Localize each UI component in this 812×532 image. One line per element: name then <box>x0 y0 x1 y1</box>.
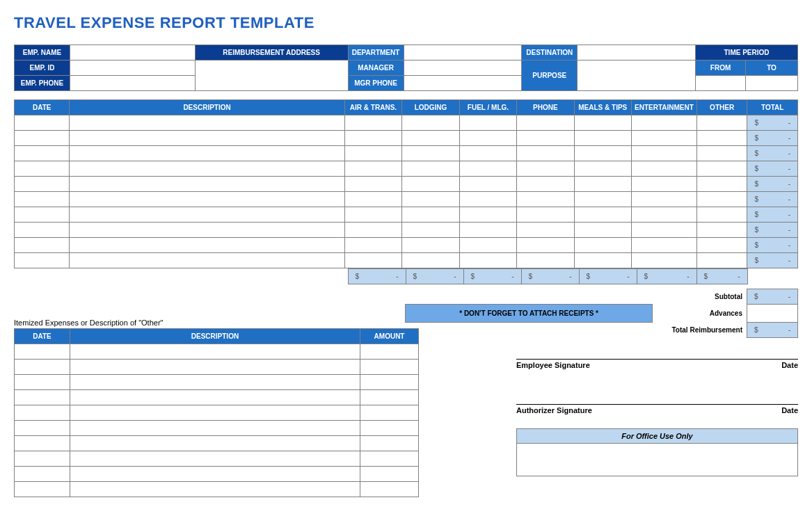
expense-cell[interactable] <box>70 177 344 192</box>
expense-cell[interactable] <box>344 177 401 192</box>
itemized-cell[interactable] <box>70 344 360 360</box>
expense-cell[interactable] <box>344 238 401 253</box>
expense-cell[interactable] <box>70 115 344 131</box>
field-emp-phone[interactable] <box>70 76 195 91</box>
expense-cell[interactable] <box>70 238 344 253</box>
expense-cell[interactable] <box>344 207 401 223</box>
itemized-cell[interactable] <box>15 360 70 375</box>
expense-cell[interactable] <box>517 161 574 177</box>
expense-cell[interactable] <box>696 223 747 238</box>
expense-cell[interactable] <box>459 161 516 177</box>
expense-cell[interactable] <box>696 161 747 177</box>
itemized-cell[interactable] <box>70 421 360 436</box>
office-use-body[interactable] <box>517 444 797 476</box>
expense-cell[interactable] <box>15 207 70 223</box>
expense-cell[interactable] <box>517 115 574 131</box>
expense-cell[interactable] <box>696 177 747 192</box>
expense-cell[interactable] <box>517 192 574 207</box>
expense-cell[interactable] <box>574 131 631 146</box>
field-emp-name[interactable] <box>70 45 195 61</box>
expense-cell[interactable] <box>632 115 697 131</box>
expense-cell[interactable] <box>517 238 574 253</box>
expense-cell[interactable] <box>632 207 697 223</box>
expense-cell[interactable] <box>632 238 697 253</box>
expense-cell[interactable] <box>696 115 747 131</box>
expense-cell[interactable] <box>15 115 70 131</box>
expense-cell[interactable] <box>459 115 516 131</box>
expense-cell[interactable] <box>459 223 516 238</box>
expense-cell[interactable] <box>15 161 70 177</box>
expense-cell[interactable] <box>517 177 574 192</box>
expense-cell[interactable] <box>402 207 460 223</box>
itemized-cell[interactable] <box>360 390 419 405</box>
itemized-cell[interactable] <box>15 436 70 451</box>
itemized-cell[interactable] <box>360 482 419 497</box>
expense-cell[interactable] <box>517 146 574 161</box>
expense-cell[interactable] <box>574 223 631 238</box>
expense-cell[interactable] <box>459 207 516 223</box>
expense-cell[interactable] <box>15 238 70 253</box>
itemized-cell[interactable] <box>70 482 360 497</box>
itemized-cell[interactable] <box>360 375 419 390</box>
expense-cell[interactable] <box>402 131 460 146</box>
expense-cell[interactable] <box>574 177 631 192</box>
itemized-cell[interactable] <box>70 436 360 451</box>
expense-cell[interactable] <box>696 146 747 161</box>
expense-cell[interactable] <box>70 146 344 161</box>
field-manager[interactable] <box>404 61 522 76</box>
itemized-cell[interactable] <box>360 360 419 375</box>
expense-cell[interactable] <box>344 161 401 177</box>
expense-cell[interactable] <box>70 131 344 146</box>
expense-cell[interactable] <box>344 146 401 161</box>
expense-cell[interactable] <box>459 131 516 146</box>
expense-cell[interactable] <box>459 146 516 161</box>
field-purpose[interactable] <box>578 61 696 91</box>
expense-cell[interactable] <box>696 253 747 268</box>
expense-cell[interactable] <box>402 115 460 131</box>
expense-cell[interactable] <box>402 223 460 238</box>
expense-cell[interactable] <box>632 161 697 177</box>
field-to[interactable] <box>746 76 798 91</box>
itemized-cell[interactable] <box>70 467 360 482</box>
itemized-cell[interactable] <box>15 375 70 390</box>
expense-cell[interactable] <box>517 131 574 146</box>
expense-cell[interactable] <box>70 192 344 207</box>
expense-cell[interactable] <box>15 253 70 268</box>
expense-cell[interactable] <box>632 131 697 146</box>
field-from[interactable] <box>696 76 746 91</box>
expense-cell[interactable] <box>70 207 344 223</box>
expense-cell[interactable] <box>402 161 460 177</box>
expense-cell[interactable] <box>574 146 631 161</box>
expense-cell[interactable] <box>459 238 516 253</box>
expense-cell[interactable] <box>70 223 344 238</box>
itemized-cell[interactable] <box>70 390 360 405</box>
itemized-cell[interactable] <box>360 421 419 436</box>
expense-cell[interactable] <box>459 177 516 192</box>
expense-cell[interactable] <box>632 253 697 268</box>
field-destination[interactable] <box>578 45 696 61</box>
expense-cell[interactable] <box>574 207 631 223</box>
itemized-cell[interactable] <box>15 451 70 467</box>
authorizer-signature-line[interactable]: Authorizer Signature Date <box>516 404 798 414</box>
expense-cell[interactable] <box>696 131 747 146</box>
expense-cell[interactable] <box>696 207 747 223</box>
itemized-cell[interactable] <box>360 451 419 467</box>
itemized-cell[interactable] <box>15 421 70 436</box>
employee-signature-line[interactable]: Employee Signature Date <box>516 359 798 369</box>
expense-cell[interactable] <box>574 238 631 253</box>
itemized-cell[interactable] <box>360 436 419 451</box>
expense-cell[interactable] <box>344 223 401 238</box>
itemized-cell[interactable] <box>15 390 70 405</box>
expense-cell[interactable] <box>696 192 747 207</box>
expense-cell[interactable] <box>574 161 631 177</box>
expense-cell[interactable] <box>459 253 516 268</box>
expense-cell[interactable] <box>70 253 344 268</box>
itemized-cell[interactable] <box>15 344 70 360</box>
field-mgr-phone[interactable] <box>404 76 522 91</box>
expense-cell[interactable] <box>15 177 70 192</box>
expense-cell[interactable] <box>517 253 574 268</box>
field-department[interactable] <box>404 45 522 61</box>
expense-cell[interactable] <box>15 146 70 161</box>
itemized-cell[interactable] <box>360 467 419 482</box>
itemized-cell[interactable] <box>70 405 360 421</box>
